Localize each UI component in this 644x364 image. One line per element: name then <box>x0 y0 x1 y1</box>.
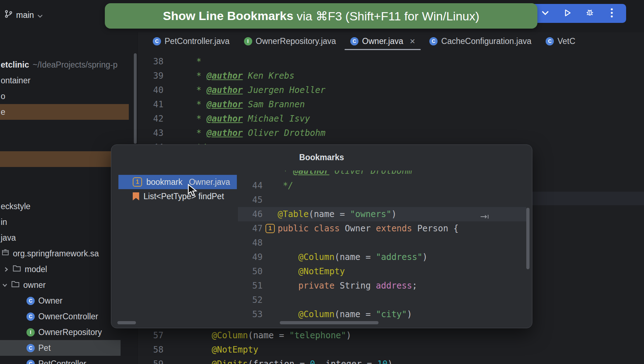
tree-item-label: ontainer <box>1 76 30 85</box>
tab-close-icon[interactable]: × <box>410 36 415 46</box>
tab-VetC[interactable]: CVetC <box>538 32 582 50</box>
gutter-slot <box>263 207 278 221</box>
tab-PetController.java[interactable]: CPetController.java <box>146 32 237 50</box>
chevron-down-icon <box>37 10 43 20</box>
tab-OwnerRepository.java[interactable]: IOwnerRepository.java <box>237 32 343 50</box>
tree-item-label: o <box>1 92 5 101</box>
line-number <box>238 171 263 172</box>
bookmark-item[interactable]: List<PetType> findPet <box>118 189 237 203</box>
tree-item-PetController[interactable]: CPetController <box>0 356 138 364</box>
tree-item-label: PetController <box>38 359 86 364</box>
code-text: private String address; <box>278 279 417 293</box>
play-icon <box>563 8 572 19</box>
code-line[interactable]: 40 * @author Juergen Hoeller <box>138 83 644 97</box>
bookmark-label: List<PetType> findPet <box>143 192 224 201</box>
gutter-slot <box>263 178 278 193</box>
line-number: 52 <box>238 293 263 307</box>
code-line[interactable]: 46@Table(name = "owners") <box>238 207 526 221</box>
line-number: 42 <box>138 112 164 126</box>
mouse-cursor <box>187 184 197 198</box>
tree-item-ontainer[interactable]: ontainer <box>0 73 138 88</box>
code-line[interactable]: 52 <box>238 293 526 307</box>
code-line[interactable]: 49 @Column(name = "address") <box>238 250 526 264</box>
code-line[interactable]: 53 @Column(name = "city") <box>238 307 526 321</box>
code-line[interactable]: * @author Oliver Drotbohm <box>238 171 526 178</box>
list-horizontal-scrollbar[interactable] <box>117 321 136 324</box>
bookmarks-popup: Bookmarks 1bookmarkOwner.javaList<PetTyp… <box>111 144 532 328</box>
chevron-right-icon[interactable] <box>4 265 9 274</box>
tab-label: OwnerRepository.java <box>256 36 336 46</box>
git-branch-widget[interactable]: main <box>4 9 43 21</box>
code-line[interactable]: 48 <box>238 236 526 250</box>
code-line[interactable]: 57 @Column(name = "telephone") <box>138 328 644 343</box>
line-number: 45 <box>238 193 263 207</box>
preview-horizontal-scrollbar[interactable] <box>280 321 379 324</box>
run-button[interactable] <box>560 6 575 21</box>
class-icon: C <box>546 37 554 45</box>
line-number: 58 <box>138 343 164 357</box>
code-line[interactable]: 41 * @author Sam Brannen <box>138 97 644 112</box>
chevron-down-icon[interactable] <box>2 280 8 290</box>
run-toolbar <box>531 4 626 23</box>
code-line[interactable]: 45 <box>238 193 526 207</box>
code-line[interactable]: 43 * @author Oliver Drotbohm <box>138 126 644 140</box>
interface-icon: I <box>26 328 35 336</box>
bookmark-label: bookmark <box>146 177 182 187</box>
code-text: @Table(name = "owners") <box>278 207 396 221</box>
tree-item-label: Owner <box>38 296 63 306</box>
code-line[interactable]: 471public class Owner extends Person { <box>238 221 526 236</box>
editor-code-bottom[interactable]: 57 @Column(name = "telephone")58 @NotEmp… <box>138 328 644 364</box>
tree-item-label: etclinic <box>1 60 29 70</box>
folder-icon <box>13 264 21 274</box>
kebab-icon <box>610 8 613 20</box>
project-tree-scrollbar[interactable] <box>134 53 137 144</box>
bookmark-item[interactable]: 1bookmarkOwner.java <box>118 175 237 189</box>
line-number: 44 <box>238 178 263 193</box>
debug-button[interactable] <box>582 6 597 21</box>
code-text: @Column(name = "telephone") <box>191 328 351 343</box>
gutter-slot <box>263 236 278 250</box>
code-text: @Column(name = "city") <box>278 307 412 321</box>
tab-label: VetC <box>557 36 575 46</box>
code-text: */ <box>278 178 293 193</box>
class-icon: C <box>153 37 161 45</box>
line-number: 47 <box>238 221 263 236</box>
tree-item-label: in <box>1 217 7 227</box>
package-icon <box>1 249 9 259</box>
code-line[interactable]: 50 @NotEmpty <box>238 264 526 279</box>
run-config-chevron-button[interactable] <box>537 6 553 21</box>
bookmark-preview-editor: * @author Oliver Drotbohm44 */4546@Table… <box>238 171 526 322</box>
tree-item-etclinic[interactable]: etclinic ~/IdeaProjects/spring-p <box>0 57 138 73</box>
tab-CacheConfiguration.java[interactable]: CCacheConfiguration.java <box>422 32 538 50</box>
class-icon: C <box>26 344 35 352</box>
line-number: 41 <box>138 97 164 112</box>
code-line[interactable]: 59 @Digits(fraction = 0, integer = 10) <box>138 357 644 364</box>
code-line[interactable]: 38 * <box>138 54 644 69</box>
tree-item-e[interactable]: e <box>0 104 129 120</box>
code-text: * <box>191 54 201 69</box>
more-options-button[interactable] <box>604 6 620 21</box>
interface-icon: I <box>244 37 252 45</box>
branch-name: main <box>16 10 34 20</box>
code-line[interactable]: 44 */ <box>238 178 526 193</box>
code-line[interactable]: 42 * @author Michael Isvy <box>138 112 644 126</box>
line-number: 49 <box>238 250 263 264</box>
editor-code-top[interactable]: 38 *39 * @author Ken Krebs40 * @author J… <box>138 54 644 154</box>
class-icon: C <box>350 37 358 45</box>
code-text: @Digits(fraction = 0, integer = 10) <box>191 357 393 364</box>
tree-item-row <box>0 120 138 136</box>
code-line[interactable]: 39 * @author Ken Krebs <box>138 69 644 83</box>
tree-item-o[interactable]: o <box>0 88 138 104</box>
tree-item-label: e <box>1 107 5 117</box>
tree-item-label: java <box>1 233 16 243</box>
tab-Owner.java[interactable]: COwner.java× <box>343 32 422 50</box>
tree-item-label: owner <box>23 280 46 290</box>
code-line[interactable]: 51 private String address; <box>238 279 526 293</box>
line-number: 46 <box>238 207 263 221</box>
editor-tab-bar: CPetController.javaIOwnerRepository.java… <box>138 32 644 50</box>
code-line[interactable]: 58 @NotEmpty <box>138 343 644 357</box>
preview-vertical-scrollbar[interactable] <box>526 208 530 269</box>
class-icon: C <box>26 297 35 305</box>
tree-item-Pet[interactable]: CPet <box>0 340 121 356</box>
bookmark-flag-icon <box>133 192 139 201</box>
